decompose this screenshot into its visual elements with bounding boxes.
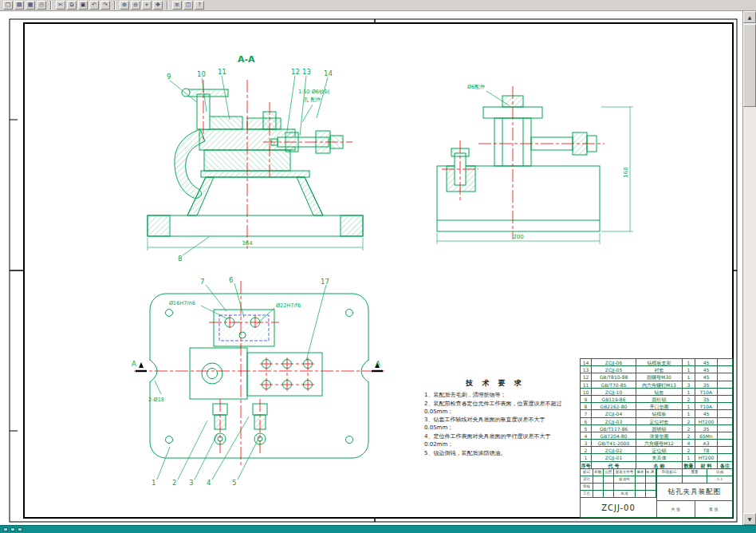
plan-view[interactable]: A A 7 6 17 1 2 3 4 5 Ø16 [132,276,384,487]
drawing-area[interactable]: A-A [0,11,742,525]
bom-cell: 14 [581,359,592,366]
help-icon[interactable]: ? [195,1,204,10]
stage-labels: 阶段标记重量比例 [657,469,732,476]
sheet-row: 共 张第 张 [657,501,732,517]
bom-cell: 9 [581,396,592,403]
bom-cell: GB/T810-88 [592,373,636,381]
layers-icon[interactable]: ≡ [172,1,182,10]
bom-cell: 10 [581,389,592,396]
bom-cell: 45 [695,410,718,417]
bom-cell: 35 [695,381,718,389]
cutting-plane-marks [136,362,383,371]
hole-callout: Ø22H7/f6 [276,302,301,309]
bom-cell: ZCJJ-10 [592,389,636,396]
paste-icon[interactable]: ▣ [78,1,88,10]
titleblock-cell [604,491,614,498]
redo-icon[interactable]: ↷ [100,1,110,10]
bom-row: 8GB2262-80开口垫圈1T10A [581,403,732,410]
zoom-window-icon[interactable]: ⌖ [142,1,152,10]
bom-cell [718,359,732,366]
titleblock-cell [604,476,614,484]
bom-cell: 2 [683,396,695,403]
bom-cell: ZCJJ-02 [592,447,636,454]
save-icon[interactable]: ▦ [26,1,35,10]
technical-requirements: 技 术 要 求 1、装配后去毛刺，清理脏物等；2、装配前检查各定位元件工作表面，… [424,378,566,458]
bom-row: 12GB/T810-88圆螺母M30145 [581,373,732,381]
tech-items: 1、装配后去毛刺，清理脏物等；2、装配前检查各定位元件工作表面，位置度误差不超过… [424,392,566,457]
bom-cell [718,410,732,417]
titleblock-cell: 设计 [581,476,593,484]
scroll-up-button[interactable]: ▲ [743,11,756,23]
balloon-label: 7 [200,278,204,286]
titleblock-cell [683,476,708,483]
titleblock-cell: 分区 [604,469,614,476]
scrollbar-thumb[interactable] [743,24,756,107]
balloon-label: 14 [324,69,333,77]
titleblock-cell: 年.月.日 [646,469,656,476]
new-icon[interactable]: □ [3,1,13,10]
bom-cell: 35 [695,396,718,403]
side-note: Ø6配作 [467,84,486,90]
zoom-out-icon[interactable]: ⊖ [131,1,140,10]
titleblock-cell [636,484,646,491]
vertical-scrollbar[interactable]: ▲ ▼ [742,11,756,525]
bom-cell: 1 [683,366,695,373]
bom-cell: 45 [695,359,718,366]
bom-cell: 圆螺母M30 [636,373,683,381]
titleblock-cell: 审核 [581,484,593,491]
titleblock-cell: 第 张 [695,501,733,517]
bom-row: 13ZCJJ-05衬套145 [581,366,732,373]
titleblock-cell [636,491,646,498]
copy-icon[interactable]: ⧉ [67,1,77,10]
bom-cell: GB2262-80 [592,403,636,410]
print-icon[interactable]: ⎙ [37,1,46,10]
bom-cell: 5 [581,425,592,432]
bom-cell: ZCJJ-01 [592,454,636,461]
bom-row: 6ZCJJ-03定位衬套2HT200 [581,418,732,425]
bom-cell: 65Mn [695,432,718,440]
bom-cell [718,447,732,454]
properties-icon[interactable]: ◫ [183,1,193,10]
side-view[interactable]: Ø6配作 160 200 [437,84,633,244]
bom-cell [718,381,732,389]
section-view[interactable]: A-A [148,54,363,263]
bom-cell: GB7204-80 [592,432,636,440]
tech-item: 2、装配前检查各定位元件工作表面，位置度误差不超过0.05mm； [424,401,566,417]
bom-row: 10ZCJJ-10钻套1T10A [581,389,732,396]
open-icon[interactable]: ▤ [14,1,24,10]
balloon-label: 5 [232,479,236,487]
toolbar-separator [167,1,168,10]
bom-row: 5GB/T117-86圆锥销235 [581,425,732,432]
bom-cell: 弹簧垫圈 [636,432,683,440]
bom-cell: 六角螺母M12 [636,440,683,447]
bom-cell: 8 [581,403,592,410]
bom-cell: 圆锥销 [636,425,683,432]
bom-cell: GB119-86 [592,396,636,403]
balloon-label: 10 [197,70,206,78]
bom-cell: ZCJJ-03 [592,418,636,425]
bom-cell: 4 [581,432,592,440]
section-geometry [148,89,363,236]
titleblock-cell: 标准化 [614,476,636,484]
cut-icon[interactable]: ✂ [56,1,65,10]
bom-cell [718,373,732,381]
undo-icon[interactable]: ↶ [89,1,99,10]
taper-note: 1:50 Ø6铰制 [298,89,329,95]
hole-callout: Ø16H7/n6 [169,300,195,306]
bom-cell: 2 [581,447,592,454]
titleblock-cell: 工艺 [581,491,593,498]
balloon-label: 1 [152,479,156,487]
plan-centerlines [134,281,384,468]
title-block: 标记处数分区更改文件号签名年.月.日设计标准化审核工艺批准 ZCJJ-00 阶段… [580,468,733,518]
tech-item: 1、装配后去毛刺，清理脏物等； [424,392,566,400]
bom-cell: ZCJJ-05 [592,366,636,373]
bom-cell: 13 [581,366,592,373]
scroll-down-button[interactable]: ▼ [743,513,756,525]
dimension-label: 160 [623,167,629,177]
bom-cell: 3 [581,440,592,447]
bom-cell [718,454,732,461]
titleblock-cell: 比例 [707,469,732,476]
pan-icon[interactable]: ✥ [153,1,163,10]
zoom-in-icon[interactable]: ⊕ [120,1,129,10]
titleblock-cell [646,476,656,484]
